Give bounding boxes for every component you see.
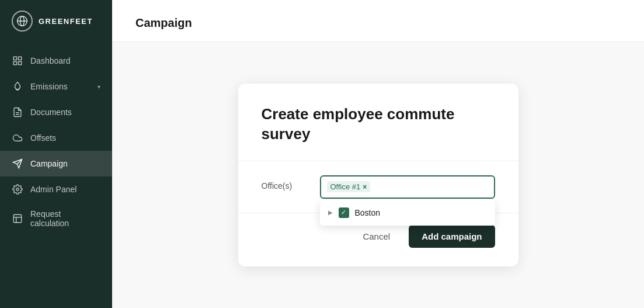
emissions-icon xyxy=(12,81,23,92)
office-tag-text: Office #1 xyxy=(330,182,361,191)
offices-label: Office(s) xyxy=(262,175,308,191)
dashboard-icon xyxy=(12,55,23,67)
offices-form-row: Office(s) Office #1 × ▶ ✓ Boston xyxy=(262,175,495,199)
sidebar-item-emissions-label: Emissions xyxy=(30,82,68,91)
add-campaign-button[interactable]: Add campaign xyxy=(409,225,495,248)
offsets-icon xyxy=(12,132,23,144)
sidebar-item-offsets[interactable]: Offsets xyxy=(0,125,112,151)
office-tag: Office #1 × xyxy=(327,181,371,192)
campaign-icon xyxy=(12,158,23,169)
dropdown-item-boston[interactable]: ▶ ✓ Boston xyxy=(320,202,495,223)
dropdown-chevron-icon: ▶ xyxy=(328,209,333,216)
office-tag-close[interactable]: × xyxy=(363,183,367,191)
cancel-button[interactable]: Cancel xyxy=(353,226,399,247)
svg-rect-6 xyxy=(19,62,22,65)
svg-rect-10 xyxy=(13,214,22,223)
sidebar-item-request-calculation[interactable]: Request calculation xyxy=(0,202,112,235)
modal-top-divider xyxy=(238,161,518,161)
sidebar-item-dashboard[interactable]: Dashboard xyxy=(0,48,112,74)
sidebar-item-campaign-label: Campaign xyxy=(30,159,68,168)
sidebar-nav: Dashboard Emissions ▾ Documents xyxy=(0,42,112,308)
sidebar-item-admin-label: Admin Panel xyxy=(30,185,76,194)
offices-field: Office #1 × ▶ ✓ Boston xyxy=(320,175,495,199)
modal-actions: Cancel Add campaign xyxy=(262,225,495,248)
offices-dropdown: ▶ ✓ Boston xyxy=(320,200,495,226)
page-header: Campaign xyxy=(112,0,644,42)
offices-multi-select[interactable]: Office #1 × xyxy=(320,175,495,199)
documents-icon xyxy=(12,106,23,118)
create-survey-modal: Create employee commute survey Office(s)… xyxy=(238,84,518,267)
svg-rect-4 xyxy=(19,57,22,60)
request-calc-icon xyxy=(12,213,23,224)
logo[interactable]: GREENFEET xyxy=(0,0,112,42)
svg-rect-3 xyxy=(13,57,16,60)
page-content: Create employee commute survey Office(s)… xyxy=(112,42,644,308)
admin-icon xyxy=(12,184,23,195)
modal-title: Create employee commute survey xyxy=(262,105,495,144)
boston-label: Boston xyxy=(355,208,381,217)
main-content: Campaign Create employee commute survey … xyxy=(112,0,644,308)
svg-rect-5 xyxy=(13,62,16,65)
sidebar: GREENFEET Dashboard Emissions ▾ xyxy=(0,0,112,308)
sidebar-item-emissions[interactable]: Emissions ▾ xyxy=(0,74,112,99)
logo-text: GREENFEET xyxy=(39,17,93,26)
sidebar-item-admin-panel[interactable]: Admin Panel xyxy=(0,177,112,202)
page-title: Campaign xyxy=(135,16,621,30)
sidebar-item-campaign[interactable]: Campaign xyxy=(0,151,112,177)
boston-checkbox[interactable]: ✓ xyxy=(339,207,349,218)
sidebar-item-documents[interactable]: Documents xyxy=(0,99,112,125)
emissions-chevron-icon: ▾ xyxy=(98,84,100,90)
sidebar-item-documents-label: Documents xyxy=(30,108,72,117)
svg-point-9 xyxy=(16,188,19,191)
sidebar-item-offsets-label: Offsets xyxy=(30,133,56,143)
sidebar-item-request-calc-label: Request calculation xyxy=(30,209,100,228)
logo-icon xyxy=(12,11,33,32)
sidebar-item-dashboard-label: Dashboard xyxy=(30,56,71,65)
